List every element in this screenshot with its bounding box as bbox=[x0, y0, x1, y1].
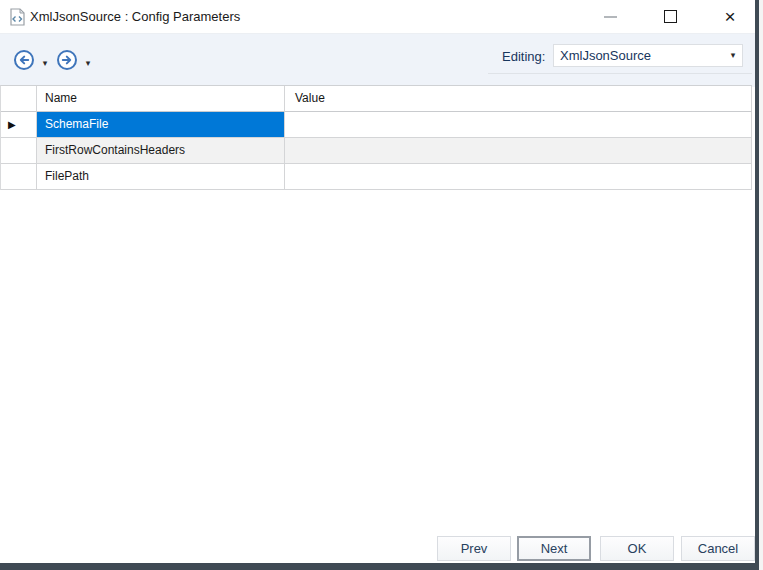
param-name-cell[interactable]: FilePath bbox=[37, 164, 285, 190]
config-parameters-grid: Name Value ▶ SchemaFile FirstRowContains… bbox=[0, 85, 752, 190]
close-button[interactable]: × bbox=[707, 0, 753, 33]
cancel-button[interactable]: Cancel bbox=[681, 536, 755, 561]
title-bar: XmlJsonSource : Config Parameters × bbox=[0, 0, 755, 33]
row-pointer-icon: ▶ bbox=[8, 120, 16, 130]
window-right-strip bbox=[759, 0, 763, 570]
chevron-down-icon: ▾ bbox=[43, 59, 48, 68]
window-bottom-border bbox=[0, 563, 759, 570]
window-title: XmlJsonSource : Config Parameters bbox=[30, 0, 240, 33]
close-icon: × bbox=[724, 7, 735, 26]
grid-header-row: Name Value bbox=[1, 86, 752, 112]
row-header-corner bbox=[1, 86, 37, 112]
forward-button[interactable] bbox=[55, 50, 79, 74]
table-row: ▶ SchemaFile bbox=[1, 112, 752, 138]
forward-dropdown-button[interactable]: ▾ bbox=[81, 56, 95, 70]
minimize-icon bbox=[604, 16, 617, 18]
editing-combobox[interactable]: XmlJsonSource ▾ bbox=[553, 44, 743, 67]
back-button[interactable] bbox=[12, 50, 36, 74]
minimize-button[interactable] bbox=[587, 0, 633, 33]
param-name-cell[interactable]: FirstRowContainsHeaders bbox=[37, 138, 285, 164]
forward-circle-arrow-icon bbox=[56, 49, 78, 75]
param-value-cell[interactable] bbox=[285, 164, 752, 190]
table-row: FilePath bbox=[1, 164, 752, 190]
row-header-cell[interactable]: ▶ bbox=[1, 112, 37, 138]
chevron-down-icon: ▾ bbox=[724, 51, 742, 60]
maximize-button[interactable] bbox=[647, 0, 693, 33]
name-column-header[interactable]: Name bbox=[37, 86, 285, 112]
prev-button[interactable]: Prev bbox=[437, 536, 511, 561]
param-value-cell[interactable] bbox=[285, 112, 752, 138]
back-circle-arrow-icon bbox=[13, 49, 35, 75]
editing-label: Editing: bbox=[502, 46, 545, 68]
chevron-down-icon: ▾ bbox=[86, 59, 91, 68]
ok-button[interactable]: OK bbox=[600, 536, 674, 561]
row-header-cell[interactable] bbox=[1, 164, 37, 190]
back-dropdown-button[interactable]: ▾ bbox=[38, 56, 52, 70]
maximize-icon bbox=[664, 10, 677, 23]
param-value-cell[interactable] bbox=[285, 138, 752, 164]
param-name-cell[interactable]: SchemaFile bbox=[37, 112, 285, 138]
toolbar-separator bbox=[488, 73, 752, 74]
row-header-cell[interactable] bbox=[1, 138, 37, 164]
value-column-header[interactable]: Value bbox=[285, 86, 752, 112]
xml-file-icon bbox=[9, 8, 26, 30]
next-button[interactable]: Next bbox=[517, 536, 591, 561]
editing-combobox-value: XmlJsonSource bbox=[554, 48, 724, 63]
table-row: FirstRowContainsHeaders bbox=[1, 138, 752, 164]
